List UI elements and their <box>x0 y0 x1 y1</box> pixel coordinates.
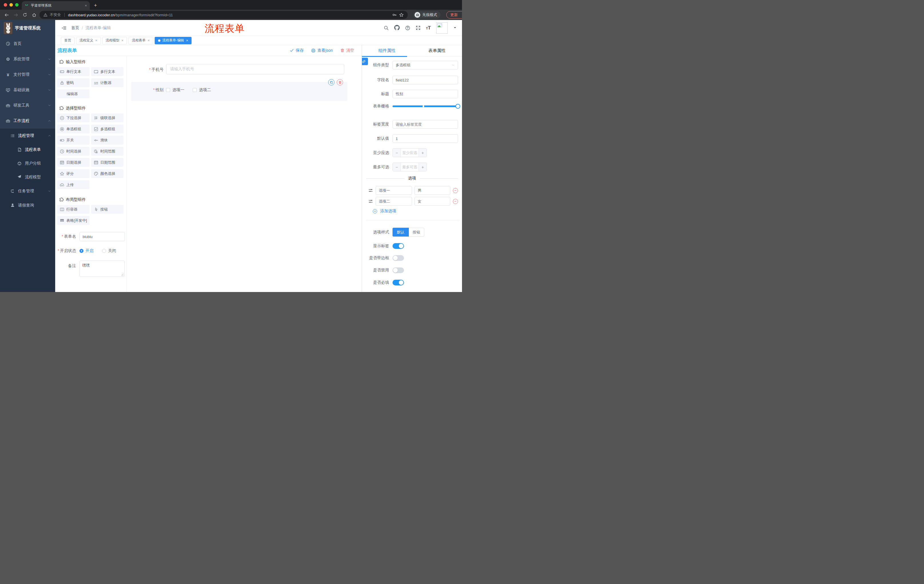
palette-item-slider[interactable]: 滑块 <box>91 136 124 145</box>
sidebar-item-devtools[interactable]: 研发工具 <box>0 98 55 113</box>
form-canvas[interactable]: *手机号 请输入手机号 *性别 选项一 选项二 <box>127 56 361 292</box>
palette-item-date-picker[interactable]: 日期选择 <box>57 158 89 167</box>
reload-icon[interactable] <box>21 11 29 18</box>
palette-item-switch[interactable]: 开关 <box>57 136 89 145</box>
palette-item-table[interactable]: 表格[开发中] <box>57 216 89 225</box>
close-window-button[interactable] <box>4 3 7 7</box>
drag-handle-icon[interactable] <box>368 199 373 204</box>
plus-button[interactable]: + <box>419 148 427 157</box>
palette-item-time-range[interactable]: 时间范围 <box>91 147 124 156</box>
palette-item-cascader[interactable]: 级联选择 <box>91 114 124 122</box>
browser-tab[interactable]: 芋道管理系统 × <box>22 1 90 10</box>
component-type-select[interactable]: 多选框组 <box>393 61 458 69</box>
palette-item-checkbox-group[interactable]: 多选框组 <box>91 125 124 133</box>
breadcrumb-home[interactable]: 首页 <box>71 25 79 31</box>
avatar-caret-icon[interactable] <box>453 26 457 30</box>
sidebar-item-process-form[interactable]: 流程表单 <box>0 143 55 156</box>
bookmark-star-icon[interactable] <box>399 13 404 17</box>
github-icon[interactable] <box>394 25 400 31</box>
home-icon[interactable] <box>30 11 38 18</box>
status-off-radio[interactable]: 关闭 <box>102 248 116 253</box>
palette-item-radio-group[interactable]: 单选框组 <box>57 125 89 133</box>
palette-item-select[interactable]: 下拉选择 <box>57 114 89 122</box>
avatar[interactable] <box>436 22 448 34</box>
remove-option-button[interactable]: − <box>453 188 458 193</box>
key-icon[interactable] <box>392 13 397 17</box>
close-icon[interactable]: × <box>95 38 97 43</box>
back-icon[interactable] <box>3 11 10 18</box>
close-icon[interactable]: × <box>122 38 124 43</box>
tag-process-def[interactable]: 流程定义× <box>76 37 101 44</box>
max-select-stepper[interactable]: − 最多可选 + <box>393 163 427 171</box>
checkbox-icon[interactable] <box>193 88 197 92</box>
palette-item-color-picker[interactable]: 颜色选择 <box>91 169 124 178</box>
min-select-stepper[interactable]: − 至少应选 + <box>393 148 427 157</box>
slider-handle[interactable] <box>455 104 460 109</box>
minus-button[interactable]: − <box>393 148 401 157</box>
font-size-icon[interactable]: TT <box>426 25 431 31</box>
sidebar-item-process-model[interactable]: 流程模型 <box>0 170 55 184</box>
clear-button[interactable]: 清空 <box>340 48 354 53</box>
tag-process-model[interactable]: 流程模型× <box>102 37 127 44</box>
sidebar-item-task-mgmt[interactable]: 任务管理 <box>0 184 55 198</box>
palette-item-button[interactable]: 按钮 <box>91 205 124 214</box>
label-width-input[interactable] <box>393 120 458 128</box>
title-input[interactable] <box>393 90 458 98</box>
option-label-input[interactable]: 选项二 <box>376 197 412 206</box>
minus-button[interactable]: − <box>393 163 401 171</box>
save-button[interactable]: 保存 <box>290 48 304 53</box>
palette-item-multi-text[interactable]: 多行文本 <box>91 67 124 76</box>
sidebar-item-process-mgmt[interactable]: 流程管理 <box>0 128 55 143</box>
phone-field-input[interactable]: 请输入手机号 <box>166 64 344 74</box>
help-icon[interactable] <box>405 25 410 31</box>
palette-item-time-picker[interactable]: 时间选择 <box>57 147 89 156</box>
option-label-input[interactable]: 选项一 <box>376 186 412 195</box>
sidebar-item-infra[interactable]: 基础设施 <box>0 82 55 98</box>
zoom-window-button[interactable] <box>15 3 18 7</box>
style-button-button[interactable]: 按钮 <box>409 228 424 237</box>
show-label-toggle[interactable] <box>393 243 404 249</box>
palette-item-single-text[interactable]: 单行文本 <box>57 67 89 76</box>
update-button[interactable]: 更新 ⋮ <box>446 11 462 18</box>
palette-item-password[interactable]: 密码 <box>57 78 89 87</box>
gender-option-2[interactable]: 选项二 <box>193 87 211 92</box>
palette-item-date-range[interactable]: 日期范围 <box>91 158 124 167</box>
option-value-input[interactable]: 男 <box>414 186 450 195</box>
tag-process-form[interactable]: 流程表单× <box>129 37 153 44</box>
disabled-toggle[interactable] <box>393 267 404 273</box>
required-toggle[interactable] <box>393 280 404 285</box>
address-bar[interactable]: 不安全 dashboard.yudao.iocoder.cn/bpm/manag… <box>40 11 408 19</box>
form-name-input[interactable] <box>79 232 125 241</box>
tag-home[interactable]: 首页 <box>61 37 74 44</box>
close-icon[interactable]: × <box>186 38 188 43</box>
field-name-input[interactable] <box>393 76 458 84</box>
remove-option-button[interactable]: − <box>453 199 458 204</box>
sidebar-item-home[interactable]: 首页 <box>0 36 55 51</box>
resize-handle[interactable] <box>121 273 124 276</box>
option-value-input[interactable]: 女 <box>414 197 450 206</box>
tab-close-icon[interactable]: × <box>85 3 87 8</box>
minimize-window-button[interactable] <box>10 3 13 7</box>
palette-item-upload[interactable]: 上传 <box>57 180 89 189</box>
fullscreen-icon[interactable] <box>416 25 421 30</box>
gender-option-1[interactable]: 选项一 <box>166 87 185 92</box>
tab-form-props[interactable]: 表单属性 <box>412 45 462 56</box>
delete-widget-button[interactable] <box>337 79 343 86</box>
palette-item-counter[interactable]: 123计数器 <box>91 78 124 87</box>
selected-widget-block[interactable] <box>131 82 347 101</box>
drag-handle-icon[interactable] <box>368 188 373 193</box>
browser-menu-icon[interactable]: ⋮ <box>460 13 462 17</box>
status-on-radio[interactable]: 开启 <box>79 248 94 253</box>
forward-icon[interactable] <box>12 11 20 18</box>
palette-item-rate[interactable]: 评分 <box>57 169 89 178</box>
sidebar-item-payment[interactable]: ¥ 支付管理 <box>0 67 55 82</box>
new-tab-button[interactable]: + <box>92 2 99 9</box>
form-remark-textarea[interactable]: 嘿嘿 <box>79 261 125 277</box>
tag-process-form-edit[interactable]: 流程表单-编辑× <box>155 37 192 44</box>
sidebar-item-workflow[interactable]: 工作流程 <box>0 113 55 128</box>
default-value-input[interactable] <box>393 134 458 143</box>
tab-component-props[interactable]: 组件属性 <box>362 45 412 56</box>
close-icon[interactable]: × <box>147 38 150 43</box>
search-icon[interactable] <box>384 25 389 31</box>
plus-button[interactable]: + <box>419 163 427 171</box>
